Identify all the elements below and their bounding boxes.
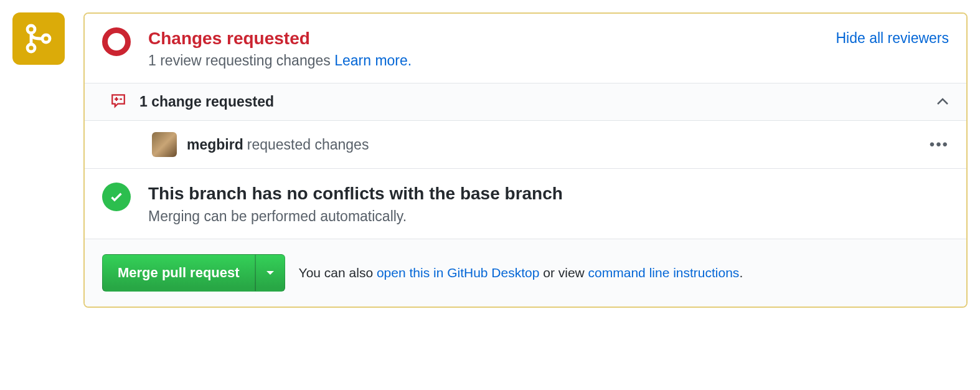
merge-status-badge <box>12 12 65 65</box>
learn-more-link[interactable]: Learn more. <box>334 52 412 69</box>
merge-pull-request-button[interactable]: Merge pull request <box>102 254 255 292</box>
hide-reviewers-link[interactable]: Hide all reviewers <box>836 27 949 47</box>
svg-point-2 <box>42 35 50 42</box>
open-in-desktop-link[interactable]: open this in GitHub Desktop <box>377 265 539 280</box>
merge-panel: Changes requested 1 review requesting ch… <box>83 12 968 308</box>
check-circle-icon <box>102 183 131 211</box>
merge-options-dropdown[interactable] <box>255 254 285 292</box>
review-status-title: Changes requested <box>148 27 836 50</box>
changes-summary-bar[interactable]: 1 change requested <box>85 83 966 121</box>
chevron-up-icon <box>936 97 949 107</box>
reviewer-action-text: requested changes <box>247 136 369 153</box>
conflicts-title: This branch has no conflicts with the ba… <box>148 183 949 205</box>
conflicts-section: This branch has no conflicts with the ba… <box>85 169 966 238</box>
reviewer-row: megbird requested changes ••• <box>85 121 966 169</box>
avatar[interactable] <box>152 132 177 157</box>
conflicts-subtext: Merging can be performed automatically. <box>148 208 949 225</box>
review-status-subtext: 1 review requesting changes Learn more. <box>148 52 836 69</box>
diff-comment-icon <box>111 93 126 110</box>
caret-down-icon <box>266 270 275 276</box>
merge-section: Merge pull request You can also open thi… <box>85 239 966 307</box>
kebab-menu-icon[interactable]: ••• <box>930 137 949 152</box>
command-line-instructions-link[interactable]: command line instructions <box>588 265 740 280</box>
git-merge-icon <box>24 24 54 54</box>
changes-requested-icon <box>102 27 131 56</box>
reviewer-username[interactable]: megbird <box>187 136 243 153</box>
merge-alternative-text: You can also open this in GitHub Desktop… <box>299 265 743 280</box>
changes-summary-title: 1 change requested <box>139 93 936 110</box>
review-status-section: Changes requested 1 review requesting ch… <box>85 14 966 83</box>
svg-point-0 <box>27 26 35 33</box>
svg-point-1 <box>27 44 35 52</box>
